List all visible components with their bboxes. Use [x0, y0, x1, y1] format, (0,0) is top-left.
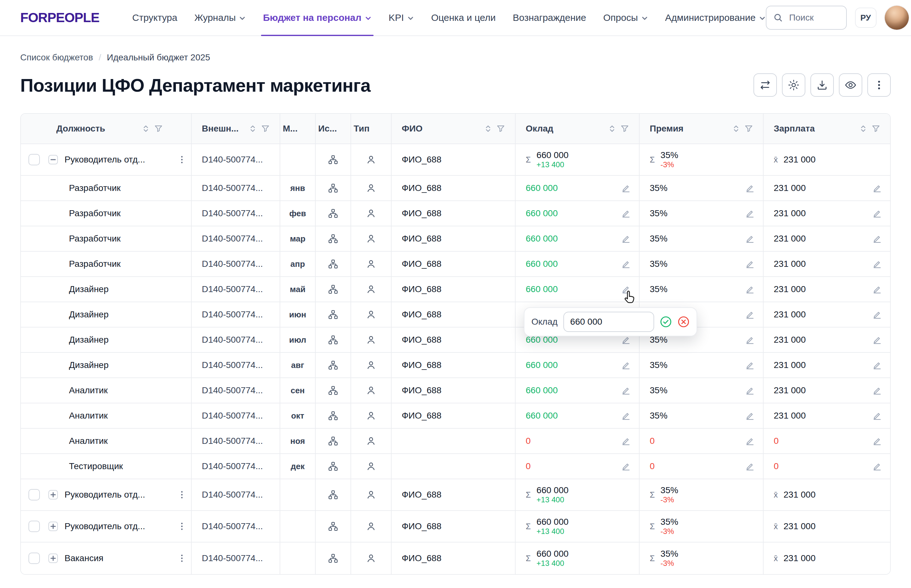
column-header-bon[interactable]: Премия	[639, 114, 764, 144]
row-checkbox[interactable]	[29, 521, 40, 532]
edit-icon[interactable]	[745, 234, 755, 244]
kebab-icon[interactable]	[178, 554, 186, 563]
edit-icon[interactable]	[621, 462, 631, 471]
row-checkbox[interactable]	[29, 154, 40, 165]
filter-icon[interactable]	[497, 124, 505, 133]
language-button[interactable]: РУ	[855, 8, 877, 28]
position-cell: Руководитель отд...	[21, 144, 173, 175]
filter-icon[interactable]	[154, 124, 163, 133]
edit-icon[interactable]	[621, 234, 631, 244]
edit-icon[interactable]	[872, 234, 882, 244]
nav-item-7[interactable]: Администрирование	[665, 0, 766, 36]
edit-icon[interactable]	[872, 284, 882, 294]
brand-logo[interactable]: FORPEOPLE	[20, 10, 99, 25]
collapse-row-icon[interactable]	[48, 155, 58, 165]
type-cell	[351, 226, 392, 251]
salary-edit-input[interactable]	[563, 312, 654, 332]
edit-icon[interactable]	[872, 183, 882, 193]
position-label: Руководитель отд...	[65, 521, 145, 531]
type-cell	[351, 353, 392, 378]
column-header-fio[interactable]: ФИО	[392, 114, 516, 144]
position-label: Разработчик	[69, 208, 121, 218]
edit-icon[interactable]	[745, 360, 755, 370]
expand-row-icon[interactable]	[48, 490, 58, 500]
edit-icon[interactable]	[621, 335, 631, 344]
kebab-icon[interactable]	[178, 490, 186, 499]
search-input[interactable]	[788, 12, 839, 23]
edit-icon[interactable]	[872, 386, 882, 395]
column-header-pos[interactable]: Должность	[21, 114, 173, 144]
download-button[interactable]	[811, 73, 834, 97]
average-icon: x̄	[774, 522, 778, 531]
edit-icon[interactable]	[872, 462, 882, 471]
compare-button[interactable]	[754, 73, 777, 97]
edit-icon[interactable]	[745, 335, 755, 344]
visibility-button[interactable]	[839, 73, 862, 97]
breadcrumb-link-budgets[interactable]: Список бюджетов	[20, 52, 93, 63]
edit-icon[interactable]	[621, 208, 631, 218]
nav-item-3[interactable]: KPI	[389, 0, 414, 36]
kebab-icon[interactable]	[178, 522, 186, 531]
nav-item-0[interactable]: Структура	[132, 0, 177, 36]
filter-icon[interactable]	[872, 124, 880, 133]
row-checkbox[interactable]	[29, 489, 40, 501]
confirm-icon[interactable]	[660, 316, 672, 328]
fio-cell: ФИО_688	[392, 201, 516, 226]
expand-row-icon[interactable]	[48, 553, 58, 563]
edit-icon[interactable]	[872, 335, 882, 344]
bonus-cell: 0	[639, 454, 764, 479]
edit-icon[interactable]	[745, 310, 755, 319]
sort-icon[interactable]	[142, 124, 150, 133]
edit-icon[interactable]	[621, 411, 631, 420]
edit-icon[interactable]	[745, 183, 755, 193]
nav-item-5[interactable]: Вознаграждение	[513, 0, 586, 36]
external-id-cell: D140-500774...	[192, 353, 280, 378]
edit-icon[interactable]	[745, 259, 755, 269]
expand-row-icon[interactable]	[48, 521, 58, 531]
nav-item-6[interactable]: Опросы	[603, 0, 648, 36]
edit-icon[interactable]	[745, 411, 755, 420]
filter-icon[interactable]	[261, 124, 270, 133]
sort-icon[interactable]	[608, 124, 616, 133]
edit-icon[interactable]	[745, 386, 755, 395]
edit-icon[interactable]	[621, 183, 631, 193]
edit-icon[interactable]	[621, 436, 631, 446]
edit-icon[interactable]	[872, 208, 882, 218]
sort-icon[interactable]	[484, 124, 492, 133]
edit-icon[interactable]	[745, 436, 755, 446]
edit-icon[interactable]	[872, 360, 882, 370]
filter-icon[interactable]	[744, 124, 753, 133]
edit-icon[interactable]	[621, 284, 631, 294]
more-button[interactable]	[867, 73, 891, 97]
row-checkbox[interactable]	[29, 552, 40, 564]
avatar[interactable]	[885, 6, 909, 30]
edit-icon[interactable]	[621, 259, 631, 269]
filter-icon[interactable]	[621, 124, 629, 133]
sort-icon[interactable]	[249, 124, 257, 133]
edit-icon[interactable]	[745, 284, 755, 294]
month-cell: апр	[280, 252, 316, 276]
nav-item-4[interactable]: Оценка и цели	[431, 0, 496, 36]
edit-icon[interactable]	[621, 360, 631, 370]
row-menu-cell	[173, 429, 192, 453]
edit-icon[interactable]	[872, 310, 882, 319]
kebab-icon[interactable]	[178, 155, 186, 164]
bonus-cell: 35%	[639, 378, 764, 403]
cancel-icon[interactable]	[678, 316, 689, 328]
search-box[interactable]	[766, 6, 847, 30]
settings-button[interactable]	[782, 73, 805, 97]
nav-item-1[interactable]: Журналы	[194, 0, 246, 36]
column-header-tot[interactable]: Зарплата	[764, 114, 890, 144]
edit-icon[interactable]	[745, 462, 755, 471]
edit-icon[interactable]	[872, 259, 882, 269]
edit-icon[interactable]	[872, 436, 882, 446]
source-cell	[316, 176, 351, 200]
column-header-sal[interactable]: Оклад	[516, 114, 639, 144]
sort-icon[interactable]	[732, 124, 740, 133]
sort-icon[interactable]	[859, 124, 867, 133]
edit-icon[interactable]	[621, 386, 631, 395]
edit-icon[interactable]	[872, 411, 882, 420]
column-header-ext[interactable]: Внешн...	[192, 114, 280, 144]
edit-icon[interactable]	[745, 208, 755, 218]
nav-item-2[interactable]: Бюджет на персонал	[263, 0, 371, 36]
